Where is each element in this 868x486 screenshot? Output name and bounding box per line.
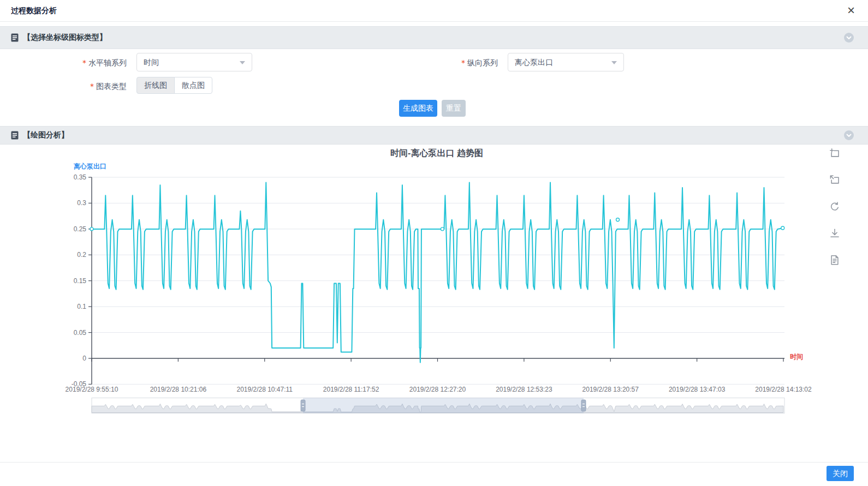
chart-type-label: *图表类型 — [66, 82, 127, 92]
datazoom-handle[interactable] — [301, 400, 305, 411]
required-mark: * — [82, 58, 86, 67]
chart-type-scatter-button[interactable]: 散点图 — [174, 77, 212, 94]
section-bar-analysis: 【绘图分析】 — [0, 126, 868, 145]
x-tick-label: 2019/2/28 12:53:23 — [496, 386, 552, 393]
x-tick-label: 2019/2/28 12:27:20 — [409, 386, 466, 393]
refresh-icon[interactable] — [829, 201, 840, 212]
section-title-analysis: 【绘图分析】 — [23, 130, 69, 140]
chart-toolbox — [829, 148, 842, 281]
y-axis-name: 离心泵出口 — [74, 162, 106, 171]
y-tick-label: 0 — [82, 355, 86, 362]
series-line — [92, 183, 783, 363]
x-tick-label: 2019/2/28 10:21:06 — [150, 386, 207, 393]
x-tick-label: 2019/2/28 14:13:02 — [755, 386, 812, 393]
close-button[interactable]: 关闭 — [827, 466, 854, 481]
vertical-axis-value: 离心泵出口 — [515, 58, 553, 67]
y-tick-label: 0.2 — [77, 251, 86, 259]
modal-header: 过程数据分析 × — [0, 0, 868, 22]
x-tick-label: 2019/2/28 11:17:52 — [323, 386, 379, 393]
chart-type-line-button[interactable]: 折线图 — [136, 77, 175, 94]
x-axis-name: 时间 — [790, 352, 803, 362]
modal-title: 过程数据分析 — [11, 6, 57, 16]
required-mark: * — [90, 82, 94, 91]
document-icon — [11, 131, 19, 142]
series-marker — [441, 227, 444, 231]
reset-button[interactable]: 重置 — [442, 100, 466, 117]
x-tick-label: 2019/2/28 13:20:57 — [582, 386, 639, 393]
datazoom-handle[interactable] — [581, 400, 586, 411]
close-icon[interactable]: × — [847, 3, 855, 17]
datazoom-selected-region[interactable] — [303, 398, 584, 413]
zoom-restore-icon[interactable] — [829, 175, 840, 185]
y-tick-label: 0.35 — [74, 173, 87, 181]
y-tick-label: 0.1 — [77, 303, 86, 310]
y-tick-label: 0.05 — [74, 329, 87, 337]
required-mark: * — [461, 58, 465, 67]
x-tick-label: 2019/2/28 10:47:11 — [236, 386, 293, 393]
y-tick-label: 0.25 — [74, 225, 87, 233]
collapse-chevron-icon[interactable] — [844, 33, 854, 43]
horizontal-axis-value: 时间 — [144, 58, 159, 67]
section-bar-selector: 【选择坐标级图标类型】 — [0, 26, 868, 49]
horizontal-axis-label: *水平轴系列 — [66, 58, 127, 68]
horizontal-axis-select[interactable]: 时间 — [136, 53, 252, 71]
save-image-icon[interactable] — [829, 228, 840, 239]
chart-canvas[interactable]: 0.350.30.250.20.150.10.050-0.052019/2/28… — [0, 0, 868, 486]
y-tick-label: 0.3 — [77, 199, 86, 207]
series-marker — [616, 218, 620, 221]
vertical-axis-select[interactable]: 离心泵出口 — [508, 53, 624, 71]
chart-title: 时间-离心泵出口 趋势图 — [0, 148, 868, 159]
data-view-icon[interactable] — [829, 255, 840, 266]
chart-type-toggle: 折线图 散点图 — [136, 77, 212, 94]
series-marker — [90, 227, 93, 231]
vertical-axis-label: *纵向系列 — [437, 58, 498, 68]
section-title-selector: 【选择坐标级图标类型】 — [23, 33, 107, 43]
chevron-down-icon — [611, 61, 617, 64]
collapse-chevron-icon[interactable] — [844, 130, 854, 140]
footer-divider — [0, 462, 868, 463]
x-tick-label: 2019/2/28 9:55:10 — [66, 386, 118, 393]
y-tick-label: 0.15 — [74, 277, 87, 285]
series-marker — [781, 226, 784, 230]
generate-chart-button[interactable]: 生成图表 — [399, 100, 437, 117]
zoom-select-icon[interactable] — [829, 148, 840, 159]
document-icon — [11, 33, 19, 44]
chevron-down-icon — [240, 61, 245, 64]
x-tick-label: 2019/2/28 13:47:03 — [669, 386, 726, 393]
